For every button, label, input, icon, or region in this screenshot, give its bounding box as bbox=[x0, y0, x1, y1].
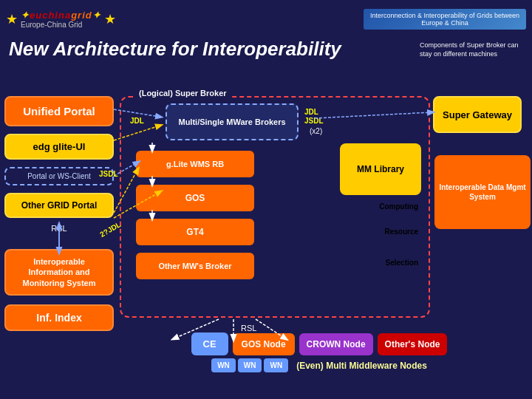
star-left-icon: ★ bbox=[6, 11, 18, 27]
wn-node-3: WN bbox=[264, 358, 288, 372]
wn-node-1: WN bbox=[211, 358, 236, 372]
diagram: Unified Portal edg glite-UI Portal or WS… bbox=[4, 96, 526, 392]
jsdl-label: JSDL bbox=[304, 117, 324, 125]
even-multi-label: (Even) Multi Middleware Nodes bbox=[296, 361, 427, 371]
unified-portal-box: Unified Portal bbox=[4, 96, 114, 126]
other-grid-portal-box: Other GRID Portal bbox=[4, 193, 114, 218]
others-node: Other's Node bbox=[378, 333, 448, 355]
selection-label: Selection bbox=[386, 259, 418, 267]
rsl-label-2: RSL bbox=[241, 324, 256, 332]
rsl-label-1: RSL bbox=[4, 222, 114, 234]
gt4-box: GT4 bbox=[136, 219, 254, 245]
wn-node-2: WN bbox=[238, 358, 262, 372]
gos-inner-box: GOS bbox=[136, 185, 254, 211]
interop-data-mgmt-box: Interoperable Data Mgmt System bbox=[434, 155, 531, 229]
glite-wms-rb-box: g.Lite WMS RB bbox=[136, 151, 254, 177]
other-mw-broker-box: Other MW's Broker bbox=[136, 253, 254, 279]
logical-super-broker-box: (Logical) Super Broker Multi/Single MWar… bbox=[120, 96, 430, 318]
crown-node: CROWN Node bbox=[299, 333, 373, 355]
logo: ✦euchinagrid✦ Europe-China Grid bbox=[21, 10, 101, 29]
star-right-icon: ★ bbox=[104, 11, 116, 27]
computing-label: Computing bbox=[379, 202, 418, 211]
header-banner: Interconnection & Interoperability of Gr… bbox=[364, 9, 526, 30]
components-note: Components of Super Broker can stay on d… bbox=[420, 41, 523, 58]
logo-area: ★ ✦euchinagrid✦ Europe-China Grid ★ bbox=[6, 10, 116, 29]
bottom-nodes: CE GOS Node CROWN Node Other's Node WN W… bbox=[120, 332, 519, 392]
nodes-row: CE GOS Node CROWN Node Other's Node bbox=[120, 332, 519, 355]
header: ★ ✦euchinagrid✦ Europe-China Grid ★ Inte… bbox=[0, 0, 532, 38]
jsdl-left-label: JSDL bbox=[99, 170, 118, 178]
mm-library-box: MM Library bbox=[340, 143, 421, 195]
jdl-label-1: JDL bbox=[130, 117, 144, 125]
super-gateway-box: Super Gateway bbox=[433, 96, 522, 133]
logo-subtitle: Europe-China Grid bbox=[21, 21, 101, 29]
interop-info-box: Interoperable Information and Monitoring… bbox=[4, 249, 114, 296]
edg-glite-ui-box: edg glite-UI bbox=[4, 134, 114, 160]
brokers-box: Multi/Single MWare Brokers bbox=[166, 103, 299, 140]
jdl-label-2: JDL bbox=[304, 108, 318, 116]
resource-label: Resource bbox=[384, 228, 418, 236]
portal-ws-client-box: Portal or WS-Client bbox=[4, 167, 114, 185]
inf-index-box: Inf. Index bbox=[4, 304, 114, 331]
logical-super-broker-label: (Logical) Super Broker bbox=[136, 89, 230, 98]
gos-node: GOS Node bbox=[233, 333, 295, 355]
wn-row: WN WN WN (Even) Multi Middleware Nodes bbox=[120, 358, 519, 372]
ce-node: CE bbox=[191, 332, 228, 355]
left-column: Unified Portal edg glite-UI Portal or WS… bbox=[4, 96, 114, 331]
x2-label: (x2) bbox=[310, 127, 322, 135]
